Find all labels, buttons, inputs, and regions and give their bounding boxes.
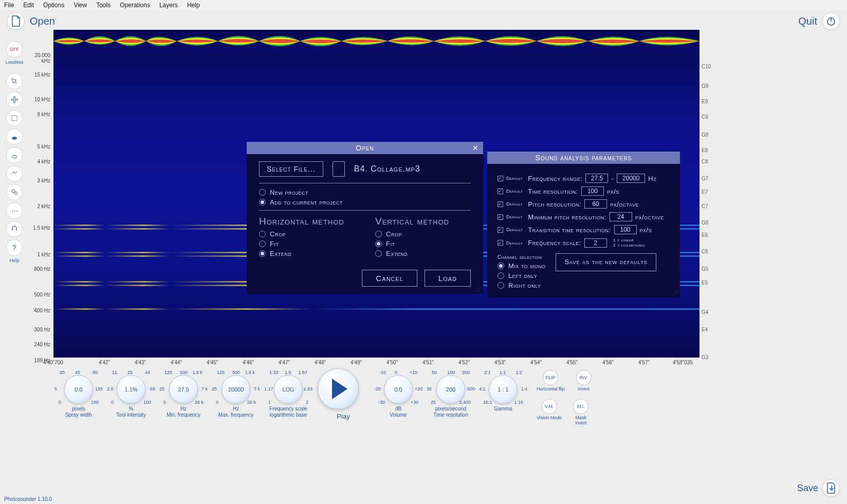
note-tick: G6 bbox=[702, 220, 708, 226]
select-file-button[interactable]: Select File... bbox=[259, 161, 323, 177]
radio-new-project[interactable]: New project bbox=[259, 189, 471, 196]
resize-grip[interactable]: ⋰ bbox=[673, 290, 678, 295]
vision-mode-button[interactable]: V.M. bbox=[542, 399, 557, 414]
param-pitch-res: ✓Default Pitch resolution: px/octave bbox=[498, 199, 670, 209]
note-tick: C8 bbox=[702, 159, 708, 164]
invert-button[interactable]: INV. bbox=[576, 370, 592, 385]
menubar: File Edit Options View Tools Operations … bbox=[0, 0, 847, 10]
gear-tool[interactable] bbox=[6, 184, 23, 200]
more-tools[interactable]: ⋯ bbox=[6, 202, 23, 219]
resize-grip[interactable]: ⋰ bbox=[476, 286, 481, 292]
knob-minf: 1255001.8 k 27.5 257 k 026 k HzMin. freq… bbox=[160, 370, 207, 418]
select-icon bbox=[11, 115, 18, 122]
menu-options[interactable]: Options bbox=[43, 2, 64, 9]
knob-fscale-dial[interactable]: LOG bbox=[274, 375, 303, 404]
load-button[interactable]: Load bbox=[425, 270, 471, 287]
knob-minf-dial[interactable]: 27.5 bbox=[169, 375, 198, 404]
knob-vol-dial[interactable]: 0.0 bbox=[384, 375, 413, 404]
chan-left[interactable]: Left only bbox=[498, 272, 545, 279]
chk-minpitch[interactable]: ✓ bbox=[498, 214, 503, 220]
v-extend[interactable]: Extend bbox=[375, 250, 471, 257]
harmonic-tool[interactable] bbox=[6, 165, 23, 182]
freq-tick: 300 Hz bbox=[34, 327, 50, 332]
lossless-label: Lossless bbox=[5, 60, 23, 65]
magnet-tool[interactable] bbox=[6, 221, 23, 237]
spray-alt-tool[interactable] bbox=[6, 147, 23, 163]
cursor-tool[interactable] bbox=[6, 73, 23, 89]
off-button[interactable]: OFF bbox=[6, 41, 23, 58]
freq-hi-input[interactable] bbox=[617, 174, 645, 183]
chan-mix[interactable]: Mix to mono bbox=[498, 262, 545, 270]
freq-tick: 20.000 kHz bbox=[26, 52, 50, 64]
min-pitch-input[interactable] bbox=[610, 212, 632, 221]
time-tick: 4'50" bbox=[386, 360, 398, 365]
knob-spray-dial[interactable]: 0.0 bbox=[64, 375, 93, 404]
open-button[interactable] bbox=[7, 12, 25, 30]
menu-edit[interactable]: Edit bbox=[23, 2, 34, 9]
knob-tool-dial[interactable]: 1.1% bbox=[117, 375, 145, 404]
version-label: Photosounder 1.10.0 bbox=[4, 496, 52, 502]
chk-trans[interactable]: ✓ bbox=[498, 227, 503, 233]
menu-tools[interactable]: Tools bbox=[96, 2, 111, 9]
svg-rect-2 bbox=[12, 116, 17, 121]
time-tick: 4'44" bbox=[171, 360, 182, 365]
time-res-input[interactable] bbox=[581, 186, 604, 196]
pitch-res-input[interactable] bbox=[584, 199, 607, 209]
menu-view[interactable]: View bbox=[73, 2, 87, 9]
knob-fscale-label: Frequency scalelogarithmic base bbox=[265, 406, 311, 418]
v-fit[interactable]: Fit bbox=[375, 240, 471, 248]
chk-time[interactable]: ✓ bbox=[498, 189, 503, 194]
close-icon[interactable]: ✕ bbox=[472, 144, 479, 152]
note-tick: C9 bbox=[702, 114, 708, 120]
save-defaults-button[interactable]: Save as the new defaults bbox=[556, 253, 656, 271]
radio-add-current[interactable]: Add to current project bbox=[259, 198, 471, 206]
params-title[interactable]: Sound analysis parameters bbox=[487, 152, 680, 164]
menu-help[interactable]: Help bbox=[187, 2, 200, 9]
note-tick: G8 bbox=[702, 132, 708, 138]
chan-right[interactable]: Right only bbox=[498, 282, 545, 289]
left-toolbar: OFF Lossless ⋯ ? Help bbox=[4, 41, 25, 263]
menu-file[interactable]: File bbox=[4, 2, 14, 9]
chk-fscale[interactable]: ✓ bbox=[498, 240, 503, 246]
magnet-icon bbox=[11, 226, 18, 233]
move-icon bbox=[10, 96, 19, 104]
select-tool[interactable] bbox=[6, 110, 23, 126]
h-crop[interactable]: Crop bbox=[259, 230, 355, 238]
freq-scale-input[interactable] bbox=[584, 238, 607, 248]
save-button[interactable] bbox=[822, 479, 840, 497]
dots-icon: ⋯ bbox=[11, 207, 18, 215]
freq-tick: 4 kHz bbox=[37, 159, 50, 164]
h-extend[interactable]: Extend bbox=[259, 250, 355, 257]
waveform-overview[interactable] bbox=[53, 30, 699, 52]
cancel-button[interactable]: Cancel bbox=[362, 270, 417, 287]
knob-maxf: 1255001.8 k 20000 257 k 026 k HzMax. fre… bbox=[213, 370, 259, 418]
open-dialog-title[interactable]: Open ✕ bbox=[247, 142, 483, 154]
knob-maxf-label: HzMax. frequency bbox=[213, 406, 259, 418]
quit-button[interactable] bbox=[822, 12, 840, 30]
knob-maxf-dial[interactable]: 20000 bbox=[222, 375, 250, 404]
chk-freq[interactable]: ✓ bbox=[498, 176, 503, 181]
move-tool[interactable] bbox=[6, 91, 23, 108]
trans-time-input[interactable] bbox=[614, 225, 637, 234]
help-tool[interactable]: ? bbox=[6, 239, 23, 256]
freq-lo-input[interactable] bbox=[585, 174, 608, 183]
knob-gamma-dial[interactable]: 1 : 1 bbox=[489, 375, 518, 404]
chk-pitch[interactable]: ✓ bbox=[498, 201, 503, 207]
note-tick: E7 bbox=[702, 189, 708, 195]
svg-point-6 bbox=[15, 192, 17, 195]
flip-button[interactable]: FLIP bbox=[543, 370, 558, 385]
spray-tool[interactable] bbox=[6, 128, 23, 145]
help-icon: ? bbox=[12, 244, 16, 252]
play-button[interactable] bbox=[318, 368, 359, 409]
h-fit[interactable]: Fit bbox=[259, 240, 355, 248]
menu-layers[interactable]: Layers bbox=[159, 2, 178, 9]
param-min-pitch: ✓Default Minimum pitch resolution: px/oc… bbox=[498, 212, 670, 221]
param-freq-range: ✓Default Frequency range: - Hz bbox=[498, 174, 670, 183]
note-tick: G5 bbox=[702, 266, 708, 272]
menu-operations[interactable]: Operations bbox=[120, 2, 150, 9]
spray-icon bbox=[11, 133, 18, 140]
v-crop[interactable]: Crop bbox=[375, 230, 471, 238]
time-tick: 4'51" bbox=[422, 360, 434, 365]
mask-invert-button[interactable]: M.I. bbox=[573, 399, 588, 414]
freq-tick: 1 kHz bbox=[37, 252, 50, 257]
